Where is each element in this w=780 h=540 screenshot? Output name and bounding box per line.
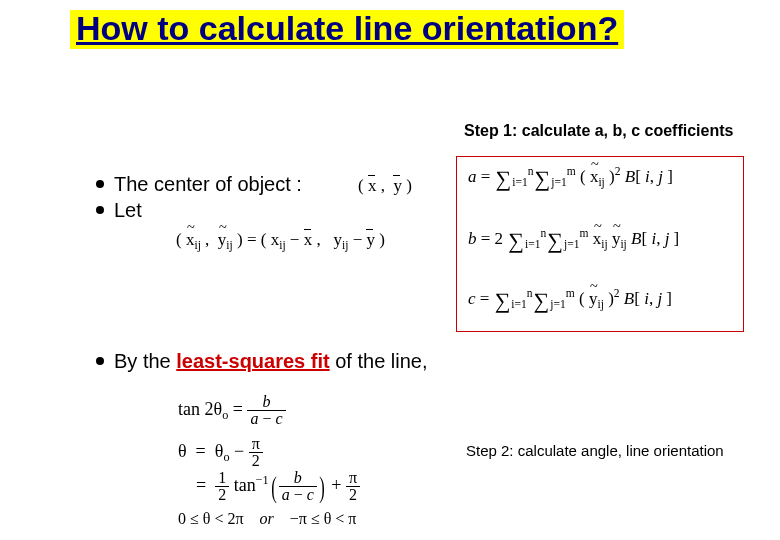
lsq-post: of the line, <box>330 350 428 372</box>
lsq-pre: By the <box>114 350 176 372</box>
bullet-icon <box>96 206 104 214</box>
bullet-icon <box>96 357 104 365</box>
bullet-let-text: Let <box>114 198 142 222</box>
math-tan: tan 2θo = ba − c <box>178 394 286 427</box>
bullet-center: The center of object : <box>96 172 302 196</box>
lsq-highlight: least-squares fit <box>176 350 329 372</box>
math-theta-range: 0 ≤ θ < 2π or −π ≤ θ < π <box>178 510 356 528</box>
bullet-lsq: By the least-squares fit of the line, <box>96 349 428 373</box>
math-c: c = ∑i=1n∑j=1m ( yij )2 B[ i, j ] <box>468 288 672 314</box>
bullet-lsq-text: By the least-squares fit of the line, <box>114 349 428 373</box>
bullet-center-text: The center of object : <box>114 172 302 196</box>
math-theta-line1: θ = θo − π2 <box>178 436 263 469</box>
bullet-icon <box>96 180 104 188</box>
step2-label: Step 2: calculate angle, line orientatio… <box>466 442 724 459</box>
step1-label: Step 1: calculate a, b, c coefficients <box>464 122 733 140</box>
slide: How to calculate line orientation? Step … <box>0 0 780 540</box>
math-theta-line2: = 12 tan−1(ba − c) + π2 <box>196 470 360 503</box>
math-center-tuple: ( x , y ) <box>358 176 412 196</box>
math-b: b = 2 ∑i=1n∑j=1m xij yij B[ i, j ] <box>468 228 679 254</box>
slide-title: How to calculate line orientation? <box>70 10 624 49</box>
math-let-definition: ( xij , yij ) = ( xij − x , yij − y ) <box>176 230 385 250</box>
bullet-let: Let <box>96 198 142 222</box>
math-a: a = ∑i=1n∑j=1m ( xij )2 B[ i, j ] <box>468 166 673 192</box>
